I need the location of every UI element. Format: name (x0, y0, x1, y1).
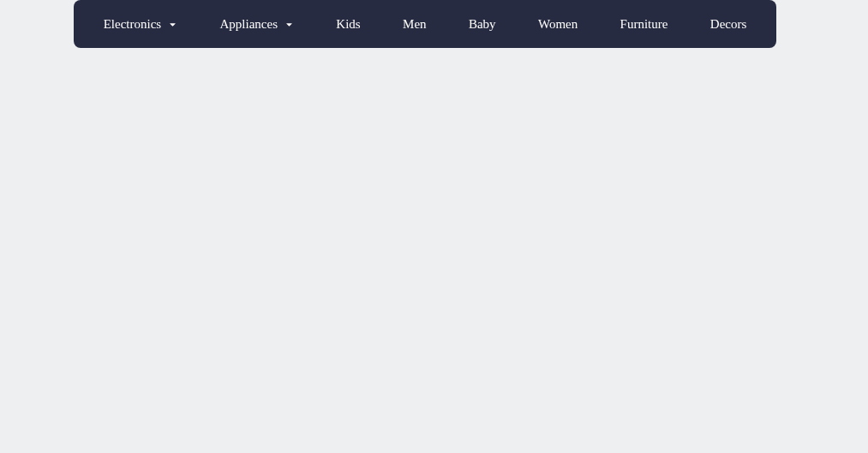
nav-item-electronics[interactable]: Electronics (97, 17, 184, 32)
nav-item-appliances[interactable]: Appliances (213, 17, 301, 32)
chevron-down-icon (284, 20, 294, 29)
nav-item-label: Decors (710, 17, 746, 32)
nav-item-label: Electronics (104, 17, 161, 32)
nav-item-furniture[interactable]: Furniture (614, 17, 675, 32)
nav-item-baby[interactable]: Baby (462, 17, 503, 32)
nav-item-women[interactable]: Women (531, 17, 584, 32)
category-navbar: Electronics Appliances Kids Men Baby Wom… (74, 0, 776, 48)
chevron-down-icon (168, 20, 177, 29)
nav-item-label: Men (403, 17, 427, 32)
nav-item-label: Kids (336, 17, 360, 32)
nav-item-men[interactable]: Men (396, 17, 434, 32)
nav-item-label: Furniture (620, 17, 668, 32)
nav-item-label: Baby (469, 17, 496, 32)
nav-item-decors[interactable]: Decors (703, 17, 753, 32)
nav-item-label: Appliances (220, 17, 278, 32)
nav-item-label: Women (538, 17, 578, 32)
nav-item-kids[interactable]: Kids (329, 17, 367, 32)
